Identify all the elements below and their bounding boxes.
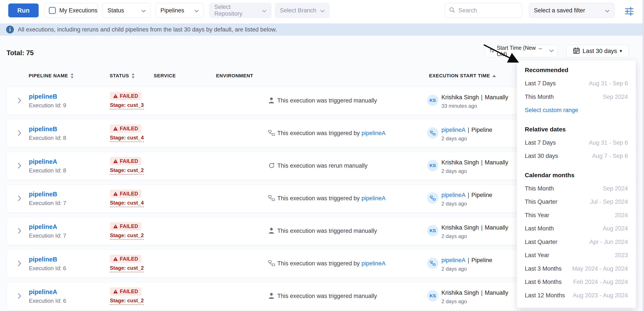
pipeline-trigger-icon — [268, 194, 275, 202]
warning-icon — [113, 289, 118, 294]
starter-name[interactable]: Krishika Singh — [442, 224, 479, 231]
scrollbar[interactable] — [643, 0, 644, 311]
pipeline-name-link[interactable]: pipelineA — [29, 158, 57, 165]
sort-dropdown[interactable]: Start Time (New → Old) — [485, 45, 558, 57]
chevron-right-icon[interactable] — [18, 260, 22, 268]
sort-both-icon — [131, 73, 135, 78]
trigger-pipeline-link[interactable]: pipelineA — [362, 260, 386, 267]
column-execution-start-time[interactable]: EXECUTION START TIME — [429, 73, 496, 78]
starter-name[interactable]: pipelineA — [442, 192, 466, 198]
status-badge: FAILED — [110, 190, 141, 198]
chevron-down-icon — [262, 7, 266, 14]
trigger-type: Manually — [485, 94, 508, 100]
trigger-description: This execution was triggered bypipelineA — [277, 195, 386, 202]
menu-section-header: Relative dates — [525, 123, 628, 136]
user-icon — [268, 227, 275, 235]
my-executions-checkbox[interactable] — [49, 7, 56, 14]
my-executions-toggle[interactable]: My Executions — [44, 3, 98, 18]
date-range-option[interactable]: Last 3 Months May 2024 - Aug 2024 — [525, 262, 628, 276]
chevron-down-icon — [194, 7, 199, 14]
failed-stage-link[interactable]: Stage: cust_4 — [110, 135, 144, 142]
menu-items: Last 7 Days Aug 31 - Sep 6 Last 30 days … — [525, 136, 628, 163]
starter-name[interactable]: Krishika Singh — [442, 290, 479, 296]
failed-stage-link[interactable]: Stage: cust_3 — [110, 102, 144, 110]
failed-stage-link[interactable]: Stage: cust_4 — [110, 200, 144, 207]
starter-name[interactable]: Krishika Singh — [442, 159, 479, 166]
filter-settings-icon[interactable] — [624, 6, 634, 16]
chevron-right-icon[interactable] — [18, 195, 22, 202]
chevron-right-icon[interactable] — [18, 293, 22, 300]
failed-stage-link[interactable]: Stage: cust_2 — [110, 232, 144, 240]
starter-name[interactable]: Krishika Singh — [442, 94, 479, 100]
pipelines-filter-dropdown[interactable]: Pipelines — [156, 3, 204, 18]
trigger-type: Pipeline — [472, 126, 492, 133]
saved-filter-dropdown[interactable]: Select a saved filter — [529, 3, 614, 18]
repository-filter-dropdown[interactable]: Select Repository — [209, 3, 272, 18]
total-count: Total: 75 — [6, 49, 34, 57]
warning-icon — [113, 94, 118, 98]
status-filter-dropdown[interactable]: Status — [102, 3, 151, 18]
trigger-type: Pipeline — [472, 192, 492, 198]
date-range-option[interactable]: Select custom range — [525, 104, 628, 117]
execution-id: Execution Id: 9 — [29, 102, 66, 109]
pipeline-name-link[interactable]: pipelineB — [29, 126, 57, 133]
started-by: Krishika Singh|Manually — [442, 290, 508, 296]
pipeline-name-link[interactable]: pipelineA — [29, 288, 57, 296]
date-range-option[interactable]: Last 6 Months Feb 2024 - Aug 2024 — [525, 276, 628, 289]
starter-name[interactable]: pipelineA — [442, 126, 466, 133]
date-range-option[interactable]: Last Year 2023 — [525, 249, 628, 262]
date-range-option[interactable]: Last 7 Days Aug 31 - Sep 6 — [525, 77, 628, 90]
pipeline-name-link[interactable]: pipelineB — [29, 256, 57, 263]
search-field[interactable] — [445, 3, 522, 18]
execution-id: Execution Id: 8 — [29, 135, 66, 142]
menu-items: Last 7 Days Aug 31 - Sep 6 This Month Se… — [525, 77, 628, 117]
branch-filter-dropdown[interactable]: Select Branch — [275, 3, 330, 18]
chevron-down-icon — [320, 7, 324, 14]
chevron-right-icon[interactable] — [18, 162, 22, 170]
date-range-option[interactable]: This Year 2024 — [525, 209, 628, 222]
failed-stage-link[interactable]: Stage: cust_2 — [110, 265, 144, 272]
date-range-option[interactable]: Last 12 Months Aug 2023 - Aug 2024 — [525, 289, 628, 302]
date-range-option[interactable]: This Month Sep 2024 — [525, 90, 628, 104]
execution-time: 2 days ago — [442, 266, 467, 272]
chevron-right-icon[interactable] — [18, 97, 22, 105]
date-range-option[interactable]: This Month Sep 2024 — [525, 182, 628, 196]
chevron-down-icon — [549, 49, 554, 53]
search-input[interactable] — [458, 7, 518, 14]
execution-id: Execution Id: 6 — [29, 298, 66, 304]
date-range-option[interactable]: Last Month Aug 2024 — [525, 222, 628, 236]
warning-icon — [113, 257, 118, 261]
run-button[interactable]: Run — [8, 4, 39, 17]
failed-stage-link[interactable]: Stage: cust_2 — [110, 167, 144, 174]
chevron-down-icon — [605, 7, 610, 14]
date-range-option[interactable]: This Quarter Jul - Sep 2024 — [525, 195, 628, 209]
warning-icon — [113, 224, 118, 228]
date-range-label: Last 30 days — [582, 48, 617, 54]
rerun-icon — [268, 162, 275, 170]
pipeline-name-link[interactable]: pipelineA — [29, 223, 57, 230]
date-range-option[interactable]: Last 30 days Aug 7 - Sep 6 — [525, 150, 628, 163]
pipeline-trigger-icon — [268, 260, 275, 268]
pipeline-name-link[interactable]: pipelineB — [29, 191, 57, 198]
chevron-right-icon[interactable] — [18, 228, 22, 235]
trigger-pipeline-link[interactable]: pipelineA — [362, 195, 386, 202]
info-banner: i All executions, including reruns and c… — [0, 24, 644, 36]
date-range-button[interactable]: Last 30 days ▾ — [566, 45, 629, 57]
trigger-type: Manually — [485, 224, 508, 231]
execution-id: Execution Id: 6 — [29, 265, 66, 272]
pipeline-name-link[interactable]: pipelineB — [29, 93, 57, 100]
executions-page: Run My Executions Status Pipelines Selec… — [0, 0, 644, 311]
execution-id: Execution Id: 7 — [29, 232, 66, 239]
failed-stage-link[interactable]: Stage: cust_2 — [110, 298, 144, 305]
starter-name[interactable]: pipelineA — [442, 257, 466, 264]
execution-time: 2 days ago — [442, 233, 467, 239]
date-range-option[interactable]: Last Quarter Apr - Jun 2024 — [525, 236, 628, 249]
chevron-right-icon[interactable] — [18, 130, 22, 137]
top-toolbar: Run My Executions Status Pipelines Selec… — [0, 0, 644, 24]
avatar — [427, 258, 438, 269]
user-icon — [268, 292, 275, 300]
column-status[interactable]: STATUS — [110, 73, 135, 78]
column-pipeline-name[interactable]: PIPELINE NAME — [29, 73, 74, 78]
date-range-option[interactable]: Last 7 Days Aug 31 - Sep 6 — [525, 136, 628, 150]
trigger-pipeline-link[interactable]: pipelineA — [362, 130, 386, 136]
